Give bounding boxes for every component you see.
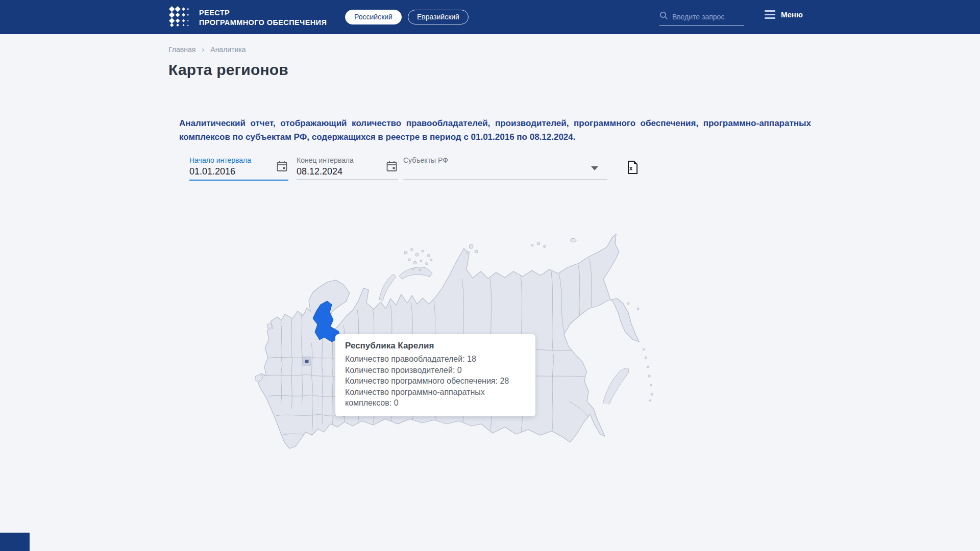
interval-end-field[interactable]: Конец интервала 08.12.2024 xyxy=(297,156,398,179)
interval-end-value[interactable]: 08.12.2024 xyxy=(297,166,398,179)
interval-end-label: Конец интервала xyxy=(297,156,398,164)
interval-start-value[interactable]: 01.01.2016 xyxy=(189,166,288,179)
calendar-icon[interactable] xyxy=(277,161,287,174)
sakhalin-region xyxy=(603,368,629,405)
logo-line2: ПРОГРАММНОГО ОБЕСПЕЧЕНИЯ xyxy=(199,18,327,28)
subjects-select[interactable]: Субъекты РФ xyxy=(403,156,607,179)
breadcrumb: Главная › Аналитика xyxy=(168,45,246,54)
search-icon xyxy=(659,11,668,22)
svg-text:x: x xyxy=(629,165,633,172)
menu-button[interactable]: Меню xyxy=(765,10,803,19)
subjects-label: Субъекты РФ xyxy=(403,156,607,164)
tooltip-rightholders: Количество правообладателей: 18 xyxy=(345,354,526,365)
subjects-value[interactable] xyxy=(403,166,607,179)
logo-text: РЕЕСТР ПРОГРАММНОГО ОБЕСПЕЧЕНИЯ xyxy=(199,8,327,28)
logo[interactable]: РЕЕСТР ПРОГРАММНОГО ОБЕСПЕЧЕНИЯ xyxy=(168,6,327,30)
field-underline xyxy=(297,180,398,180)
tooltip-region-name: Республика Карелия xyxy=(345,341,526,351)
search-input[interactable] xyxy=(672,13,739,21)
dropdown-caret-icon[interactable] xyxy=(591,166,598,170)
logo-diamonds-icon xyxy=(168,6,190,30)
hamburger-icon xyxy=(765,10,775,19)
tab-eurasian-registry[interactable]: Евразийский xyxy=(408,10,469,24)
tooltip-hardware-complexes: Количество программно-аппаратных комплек… xyxy=(345,387,526,409)
page-title: Карта регионов xyxy=(168,61,288,79)
header: РЕЕСТР ПРОГРАММНОГО ОБЕСПЕЧЕНИЯ Российск… xyxy=(0,0,980,34)
page: РЕЕСТР ПРОГРАММНОГО ОБЕСПЕЧЕНИЯ Российск… xyxy=(0,0,980,551)
field-underline xyxy=(189,180,288,181)
tab-russian-registry[interactable]: Российский xyxy=(345,10,402,24)
registry-toggle-group: Российский Евразийский xyxy=(345,10,469,24)
tooltip-producers: Количество производителей: 0 xyxy=(345,365,526,376)
header-search xyxy=(659,11,744,26)
excel-export-button[interactable]: x xyxy=(627,160,639,177)
field-underline xyxy=(403,180,607,180)
tooltip-software: Количество программного обеспечения: 28 xyxy=(345,375,526,387)
breadcrumb-home[interactable]: Главная xyxy=(168,45,195,54)
calendar-icon[interactable] xyxy=(386,161,397,174)
menu-label: Меню xyxy=(781,10,803,19)
interval-start-label: Начало интервала xyxy=(189,156,288,164)
footer-corner xyxy=(0,533,30,551)
interval-start-field[interactable]: Начало интервала 01.01.2016 xyxy=(189,156,288,179)
region-tooltip: Республика Карелия Количество правооблад… xyxy=(335,334,535,416)
report-description: Аналитический отчет, отображающий количе… xyxy=(179,116,811,144)
chevron-right-icon: › xyxy=(202,45,204,54)
moscow-region-marker[interactable] xyxy=(303,358,311,365)
breadcrumb-current: Аналитика xyxy=(210,45,246,54)
kaliningrad-region xyxy=(267,323,272,329)
logo-line1: РЕЕСТР xyxy=(199,8,327,18)
